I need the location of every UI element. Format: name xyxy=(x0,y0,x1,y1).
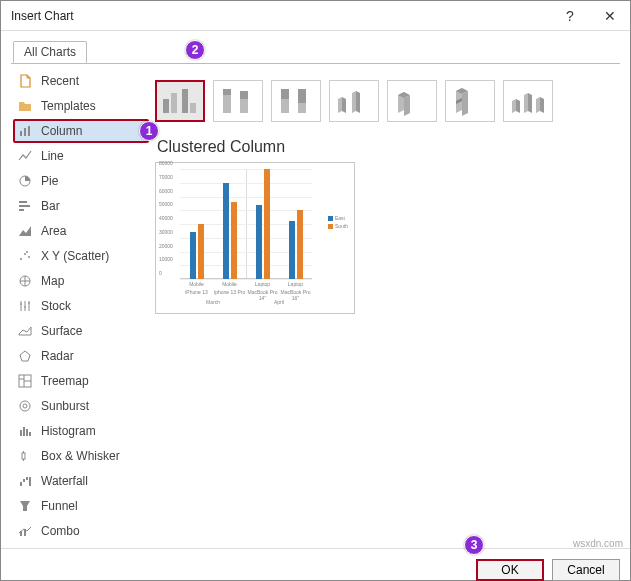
annotation-badge-3: 3 xyxy=(464,535,484,555)
sidebar-item-label: X Y (Scatter) xyxy=(41,249,109,263)
sidebar-item-surface[interactable]: Surface xyxy=(13,319,149,343)
svg-rect-16 xyxy=(23,427,25,436)
watermark: wsxdn.com xyxy=(573,538,623,549)
subtype-3d-100-stacked-column[interactable] xyxy=(445,80,495,122)
dialog-body: All Charts Recent Templates Column xyxy=(1,31,630,548)
insert-chart-dialog: Insert Chart ? ✕ All Charts Recent Templ… xyxy=(0,0,631,581)
sidebar-item-histogram[interactable]: Histogram xyxy=(13,419,149,443)
surface-chart-icon xyxy=(17,323,33,339)
sidebar-item-label: Surface xyxy=(41,324,82,338)
sidebar-item-line[interactable]: Line xyxy=(13,144,149,168)
radar-chart-icon xyxy=(17,348,33,364)
svg-rect-27 xyxy=(171,93,177,113)
sidebar-item-label: Area xyxy=(41,224,66,238)
panels: Recent Templates Column Line Pie xyxy=(11,63,620,548)
sidebar-item-label: Line xyxy=(41,149,64,163)
sidebar-item-sunburst[interactable]: Sunburst xyxy=(13,394,149,418)
sidebar-item-scatter[interactable]: X Y (Scatter) xyxy=(13,244,149,268)
waterfall-chart-icon xyxy=(17,473,33,489)
subtype-3d-column[interactable] xyxy=(503,80,553,122)
box-whisker-icon xyxy=(17,448,33,464)
svg-rect-5 xyxy=(19,205,30,207)
help-button[interactable]: ? xyxy=(550,1,590,31)
sidebar-item-label: Map xyxy=(41,274,64,288)
sunburst-chart-icon xyxy=(17,398,33,414)
chart-main-area: 2 xyxy=(151,64,620,548)
svg-rect-26 xyxy=(163,99,169,113)
sidebar-item-area[interactable]: Area xyxy=(13,219,149,243)
sidebar-item-column[interactable]: Column xyxy=(13,119,149,143)
svg-rect-19 xyxy=(22,453,25,459)
sidebar-item-recent[interactable]: Recent xyxy=(13,69,149,93)
sidebar-item-label: Treemap xyxy=(41,374,89,388)
subtype-clustered-column[interactable] xyxy=(155,80,205,122)
stock-chart-icon xyxy=(17,298,33,314)
svg-rect-17 xyxy=(26,429,28,436)
svg-point-9 xyxy=(28,256,30,258)
line-chart-icon xyxy=(17,148,33,164)
sidebar-item-treemap[interactable]: Treemap xyxy=(13,369,149,393)
svg-rect-6 xyxy=(19,209,24,211)
titlebar: Insert Chart ? ✕ xyxy=(1,1,630,31)
sidebar-item-label: Bar xyxy=(41,199,60,213)
pie-chart-icon xyxy=(17,173,33,189)
sidebar-item-label: Waterfall xyxy=(41,474,88,488)
funnel-chart-icon xyxy=(17,498,33,514)
sidebar-item-stock[interactable]: Stock xyxy=(13,294,149,318)
annotation-badge-1: 1 xyxy=(139,121,159,141)
scatter-chart-icon xyxy=(17,248,33,264)
sidebar-item-label: Histogram xyxy=(41,424,96,438)
subtype-stacked-column[interactable] xyxy=(213,80,263,122)
bar-chart-icon xyxy=(17,198,33,214)
svg-rect-23 xyxy=(29,477,31,486)
svg-rect-2 xyxy=(28,126,30,136)
svg-rect-4 xyxy=(19,201,27,203)
tab-all-charts[interactable]: All Charts xyxy=(13,41,87,63)
chart-legend: East South xyxy=(328,215,348,231)
svg-rect-21 xyxy=(23,479,25,482)
subtype-100-stacked-column[interactable] xyxy=(271,80,321,122)
svg-rect-15 xyxy=(20,430,22,436)
area-chart-icon xyxy=(17,223,33,239)
preview-title: Clustered Column xyxy=(157,138,616,156)
svg-point-8 xyxy=(24,253,26,255)
svg-rect-20 xyxy=(20,482,22,486)
sidebar-item-box-whisker[interactable]: Box & Whisker xyxy=(13,444,149,468)
sidebar-item-combo[interactable]: Combo xyxy=(13,519,149,543)
combo-chart-icon xyxy=(17,523,33,539)
svg-point-10 xyxy=(26,251,28,253)
svg-point-14 xyxy=(23,404,27,408)
chart-plot-area xyxy=(180,169,312,279)
svg-rect-37 xyxy=(298,89,306,103)
chart-category-sidebar: Recent Templates Column Line Pie xyxy=(11,64,151,548)
sidebar-item-bar[interactable]: Bar xyxy=(13,194,149,218)
svg-rect-22 xyxy=(26,477,28,480)
folder-icon xyxy=(17,98,33,114)
sidebar-item-label: Templates xyxy=(41,99,96,113)
histogram-chart-icon xyxy=(17,423,33,439)
button-row: 3 OK Cancel xyxy=(1,548,630,581)
svg-rect-28 xyxy=(182,89,188,113)
recent-icon xyxy=(17,73,33,89)
sidebar-item-pie[interactable]: Pie xyxy=(13,169,149,193)
close-button[interactable]: ✕ xyxy=(590,1,630,31)
sidebar-item-radar[interactable]: Radar xyxy=(13,344,149,368)
chart-subtype-row xyxy=(155,74,616,128)
sidebar-item-label: Column xyxy=(41,124,82,138)
dialog-title: Insert Chart xyxy=(1,9,550,23)
sidebar-item-label: Recent xyxy=(41,74,79,88)
sidebar-item-label: Stock xyxy=(41,299,71,313)
svg-rect-32 xyxy=(240,99,248,113)
sidebar-item-map[interactable]: Map xyxy=(13,269,149,293)
sidebar-item-templates[interactable]: Templates xyxy=(13,94,149,118)
sidebar-item-waterfall[interactable]: Waterfall xyxy=(13,469,149,493)
svg-rect-29 xyxy=(190,103,196,113)
ok-button[interactable]: OK xyxy=(476,559,544,581)
chart-preview[interactable]: East South 01000020000300004000050000600… xyxy=(155,162,355,314)
subtype-3d-stacked-column[interactable] xyxy=(387,80,437,122)
subtype-3d-clustered-column[interactable] xyxy=(329,80,379,122)
column-chart-icon xyxy=(17,123,33,139)
cancel-button[interactable]: Cancel xyxy=(552,559,620,581)
sidebar-item-funnel[interactable]: Funnel xyxy=(13,494,149,518)
map-chart-icon xyxy=(17,273,33,289)
